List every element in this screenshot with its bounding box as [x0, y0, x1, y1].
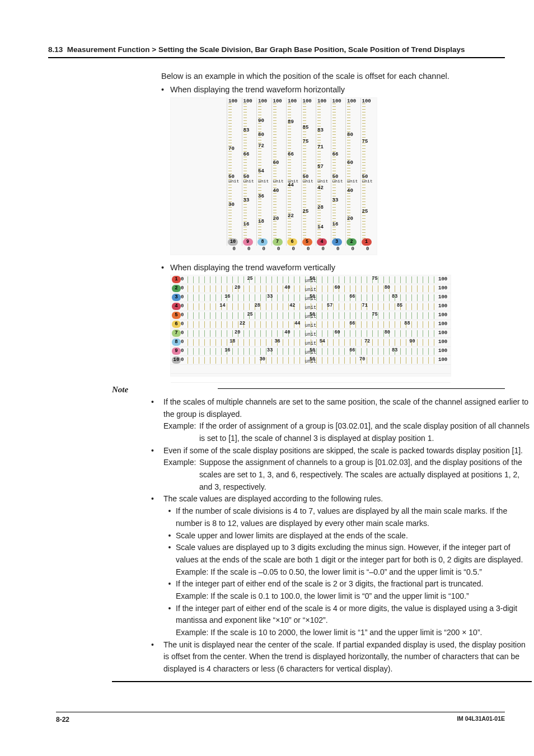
channel-tag: 9 — [243, 238, 253, 246]
figure-vertical-trend: 10255075unit1002020406080unit10030163350… — [170, 275, 451, 377]
note-rule-bottom — [112, 681, 532, 682]
note-3e: If the integer part of either end of the… — [176, 603, 532, 627]
channel-tag: 6 — [287, 238, 297, 246]
page-number: 8-22 — [56, 715, 69, 725]
scale-column: 100604020unit7 — [271, 98, 287, 246]
channel-tag: 3 — [172, 294, 181, 301]
channel-tag: 5 — [302, 238, 312, 246]
channel-tag: 8 — [257, 238, 268, 246]
scale-column: 100837157422814unit4 — [316, 98, 331, 246]
scale-row: 901633506683unit100 — [171, 347, 451, 356]
lead-text: Below is an example in which the positio… — [161, 71, 530, 83]
scale-row: 801836547290unit100 — [171, 338, 451, 347]
note-heading: Note — [112, 383, 128, 396]
scale-row: 301633506683unit100 — [171, 293, 451, 302]
page-footer: 8-22 IM 04L31A01-01E — [56, 712, 505, 725]
note-1-example: Example:If the order of assignment of a … — [151, 420, 532, 444]
channel-tag: 10 — [228, 238, 238, 246]
scale-column: 10066503316unit3 — [331, 98, 346, 246]
figure-horizontal-trend: 100705030unit101008366503316unit91009080… — [170, 97, 377, 255]
note-1: If the scales of multiple channels are s… — [163, 396, 532, 420]
channel-tag: 10 — [172, 356, 181, 364]
scale-column: 10089664422unit6 — [286, 98, 302, 246]
scale-row: 40142842577185unit100 — [171, 302, 451, 311]
scale-column: 10080604020unit2 — [345, 98, 361, 246]
note-3b: Scale upper and lower limits are display… — [176, 530, 532, 542]
scale-column: 100908072543618unit8 — [256, 98, 272, 246]
section-title: Measurement Function > Setting the Scale… — [67, 45, 465, 54]
scale-row: 10255075unit100 — [171, 275, 451, 284]
scale-row: 7020406080unit100 — [171, 329, 451, 338]
bullet-vertical-text: When displaying the trend waveform verti… — [170, 262, 335, 274]
bullet-dot: • — [161, 84, 170, 96]
scale-row: 50255075unit100 — [171, 311, 451, 320]
note-4: The unit is displayed near the center of… — [163, 639, 532, 675]
bullet-vertical: • When displaying the trend waveform ver… — [161, 262, 531, 274]
section-number: 8.13 — [48, 45, 63, 54]
channel-tag: 4 — [317, 238, 327, 246]
note-3e-example: Example: If the scale is 10 to 2000, the… — [163, 627, 532, 639]
note-3a: If the number of scale divisions is 4 to… — [176, 505, 532, 529]
channel-tag: 2 — [346, 238, 357, 246]
channel-tag: 6 — [172, 321, 181, 328]
channel-tag: 4 — [172, 303, 181, 310]
section-header: 8.13 Measurement Function > Setting the … — [48, 45, 505, 58]
channel-tag: 2 — [172, 285, 181, 292]
channel-tag: 7 — [172, 330, 181, 337]
note-3c: Scale values are displayed up to 3 digit… — [176, 542, 532, 566]
bullet-horizontal-text: When displaying the trend waveform horiz… — [170, 84, 345, 96]
channel-tag: 8 — [172, 339, 181, 346]
note-3: The scale values are displayed according… — [163, 493, 532, 505]
scale-row: 6022446688unit100 — [171, 320, 451, 329]
scale-row: 2020406080unit100 — [171, 284, 451, 293]
scale-column: 100755025unit1 — [360, 98, 376, 246]
bullet-horizontal: • When displaying the trend waveform hor… — [161, 84, 531, 96]
note-3d-example: Example: If the scale is 0.1 to 100.0, t… — [163, 590, 532, 603]
note-rule-top — [218, 388, 505, 389]
note-3c-example: Example: If the scale is –0.05 to 0.50, … — [163, 566, 532, 579]
scale-column: 1008366503316unit9 — [242, 98, 257, 246]
channel-tag: 1 — [362, 238, 372, 246]
channel-tag: 7 — [273, 238, 283, 246]
scale-column: 100705030unit10 — [227, 98, 242, 246]
note-block: •If the scales of multiple channels are … — [151, 396, 532, 675]
channel-tag: 1 — [172, 276, 181, 283]
scale-row: 100305070unit100 — [171, 356, 451, 365]
channel-tag: 3 — [332, 238, 342, 246]
note-2: Even if some of the scale display positi… — [163, 445, 532, 457]
channel-tag: 9 — [172, 348, 181, 355]
doc-code: IM 04L31A01-01E — [457, 715, 505, 725]
channel-tag: 5 — [172, 312, 181, 319]
scale-column: 10085755025unit5 — [301, 98, 317, 246]
bullet-dot: • — [161, 262, 170, 274]
note-3d: If the integer part of either end of the… — [176, 578, 532, 590]
note-2-example: Example:Suppose the assignment of channe… — [151, 457, 532, 493]
